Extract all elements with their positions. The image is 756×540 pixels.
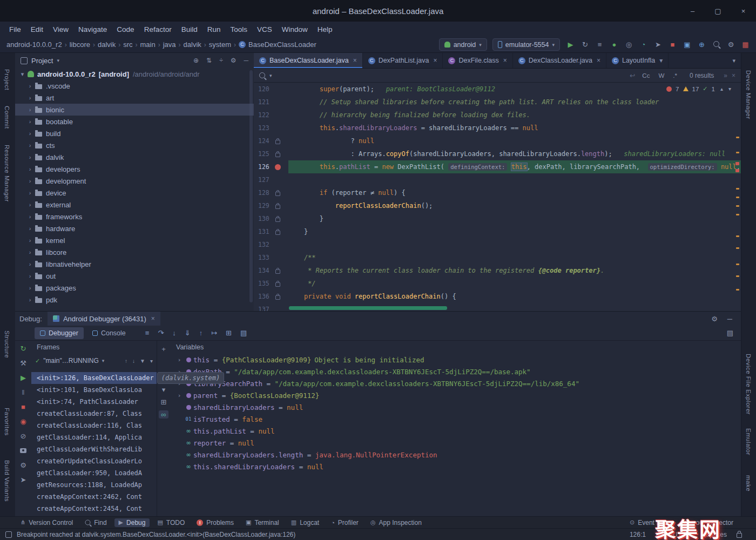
caret-position[interactable]: 126:1 (630, 531, 646, 538)
tool-stripe-resource-manager[interactable]: Resource Manager (4, 145, 10, 202)
menu-refactor[interactable]: Refactor (139, 25, 177, 33)
tool-stripe-make[interactable]: make (745, 475, 752, 491)
filter-frames-icon[interactable]: ▼ (140, 358, 145, 364)
settings-icon[interactable]: ⚙ (231, 57, 237, 64)
toolwindow-logcat[interactable]: ▥Logcat (287, 518, 323, 527)
search-toggle-W[interactable]: W (656, 72, 667, 79)
menu-tools[interactable]: Tools (225, 25, 252, 33)
tree-item-development[interactable]: ›development (15, 175, 254, 187)
menu-code[interactable]: Code (112, 25, 139, 33)
chevron-down-icon[interactable]: ▾ (732, 57, 735, 64)
frames-expand-icon[interactable]: ▾ (150, 358, 153, 364)
toolwindow-app-inspection[interactable]: ◎App Inspection (366, 518, 426, 527)
close-icon[interactable]: × (597, 57, 600, 64)
build-icon[interactable]: ⚒ (20, 359, 26, 367)
toolwindow-find[interactable]: Find (80, 518, 111, 527)
attach-debugger-icon[interactable]: ⊕ (697, 40, 707, 49)
variable-row[interactable]: sharedLibraryLoaders = null (171, 401, 741, 413)
resume-icon[interactable]: ▶ (21, 373, 26, 382)
search-toggle-dot*[interactable]: .* (670, 72, 680, 79)
variable-row[interactable]: ∞sharedLibraryLoaders.length = java.lang… (171, 449, 741, 461)
watches-toggle-icon[interactable]: ∞ (159, 410, 168, 418)
step-into-icon[interactable]: ↓ (172, 329, 176, 337)
debug-tab-console[interactable]: Console (87, 327, 131, 339)
tree-item-pdk[interactable]: ›pdk (15, 294, 254, 306)
copy-watch-icon[interactable]: ⊞ (161, 398, 167, 406)
frame-row[interactable]: getClassLoader:114, Applica (31, 431, 157, 443)
locate-icon[interactable]: ⊕ (193, 57, 199, 64)
breadcrumb-item[interactable]: dalvik (98, 40, 116, 49)
tree-item-art[interactable]: ›art (15, 92, 254, 104)
search-toggle-Cc[interactable]: Cc (639, 72, 652, 79)
editor-tab-basedexclassloader-java[interactable]: CBaseDexClassLoader.java× (254, 53, 363, 68)
variable-row[interactable]: ›dexPath = "/data/app/com.example.dexcla… (171, 366, 741, 377)
layout-icon[interactable]: ▤ (727, 329, 741, 337)
toolwindow-version-control[interactable]: ⋔Version Control (16, 518, 77, 527)
breadcrumb-item[interactable]: CBaseDexClassLoader (239, 40, 316, 49)
tree-item-developers[interactable]: ›developers (15, 163, 254, 175)
tool-stripe-emulator[interactable]: Emulator (745, 428, 752, 455)
hide-icon[interactable]: ─ (244, 57, 248, 64)
tool-stripe-device-file-explorer[interactable]: Device File Explorer (745, 354, 752, 415)
code-area[interactable]: 120 super(parent); parent: BootClassLoad… (254, 83, 741, 311)
frame-row[interactable]: createOrUpdateClassLoaderLo (31, 455, 157, 467)
device-mirror-icon[interactable]: ▣ (682, 40, 692, 49)
toolwindow-profiler[interactable]: ◔Profiler (327, 518, 363, 527)
tool-stripe-structure[interactable]: Structure (4, 330, 10, 358)
mute-breakpoints-icon[interactable]: ⊘ (21, 431, 26, 440)
frame-row[interactable]: createClassLoader:87, Class (31, 408, 157, 420)
search-history-chevron-icon[interactable]: ▾ (269, 73, 272, 78)
tree-item-cts[interactable]: ›cts (15, 139, 254, 151)
tool-stripe-commit[interactable]: Commit (4, 106, 10, 129)
profile-list-icon[interactable]: ≡ (595, 40, 605, 49)
frame-row[interactable]: <init>:101, BaseDexClassLoa (31, 384, 157, 396)
variable-row[interactable]: ∞this.pathList = null (171, 425, 741, 437)
breadcrumb-item[interactable]: main (140, 40, 156, 49)
next-problem-icon[interactable]: ▾ (728, 86, 731, 92)
pin-icon[interactable]: ➤ (21, 475, 26, 484)
toolwindow-debug[interactable]: ▶Debug (114, 518, 150, 527)
tree-item-out[interactable]: ›out (15, 270, 254, 282)
variable-row[interactable]: 01isTrusted = false (171, 413, 741, 425)
run-icon[interactable]: ▶ (565, 40, 576, 49)
step-out-icon[interactable]: ↑ (199, 329, 203, 337)
close-icon[interactable]: × (503, 57, 507, 64)
frame-row[interactable]: getClassLoaderWithSharedLib (31, 443, 157, 455)
tool-stripe-device-manager[interactable]: Device Manager (745, 70, 752, 119)
evaluate-expression-icon[interactable]: ⊞ (226, 329, 232, 337)
minimize-icon[interactable]: ─ (727, 315, 732, 323)
toolwindow-todo[interactable]: ▤TODO (153, 518, 189, 527)
variable-row[interactable]: ›this = {PathClassLoader@9109}Object is … (171, 354, 741, 366)
scroll-from-source-icon[interactable]: ⇅ (206, 57, 212, 64)
tool-stripe-project[interactable]: Project (4, 69, 10, 90)
tree-item-kernel[interactable]: ›kernel (15, 234, 254, 246)
breadcrumb-item[interactable]: dalvik (184, 40, 201, 49)
stop-icon[interactable]: ■ (667, 40, 678, 49)
device-selector[interactable]: emulator-5554 ▾ (492, 38, 560, 51)
chevron-down-icon[interactable]: ▾ (57, 58, 59, 63)
prev-problem-icon[interactable]: ▴ (720, 86, 723, 92)
tree-item-build[interactable]: ›build (15, 127, 254, 139)
run-to-cursor-icon[interactable]: ↦ (211, 329, 217, 337)
newline-icon[interactable]: ↩ (630, 72, 635, 79)
tree-item-device[interactable]: ›device (15, 187, 254, 199)
thread-dump-icon[interactable] (20, 446, 26, 455)
prev-frame-icon[interactable]: ↑ (125, 358, 127, 364)
sync-icon[interactable]: ↻ (580, 40, 590, 49)
editor-tab-layoutinfla[interactable]: CLayoutInfla▾ (606, 53, 669, 68)
toolwindow-terminal[interactable]: ▣Terminal (241, 518, 284, 527)
debug-tab-debugger[interactable]: Debugger (35, 327, 84, 339)
close-icon[interactable]: × (732, 72, 735, 79)
tree-item-dalvik[interactable]: ›dalvik (15, 151, 254, 163)
frame-row[interactable]: <init>:74, PathClassLoader (31, 396, 157, 408)
frame-row[interactable]: createClassLoader:116, Clas (31, 420, 157, 431)
breadcrumb-item[interactable]: system (209, 40, 231, 49)
stop-icon[interactable]: ■ (21, 402, 25, 411)
frame-row[interactable]: createAppContext:2454, Cont (31, 503, 157, 515)
close-icon[interactable]: × (151, 315, 155, 322)
menu-run[interactable]: Run (202, 25, 226, 33)
breadcrumb-item[interactable]: android-10.0.0_r2 (6, 40, 62, 49)
more-options-icon[interactable]: » (724, 72, 727, 79)
tool-stripe-favorites[interactable]: Favorites (4, 408, 10, 436)
frame-row[interactable]: <init>:126, BaseDexClassLoader(dalvik.sy… (31, 372, 157, 384)
